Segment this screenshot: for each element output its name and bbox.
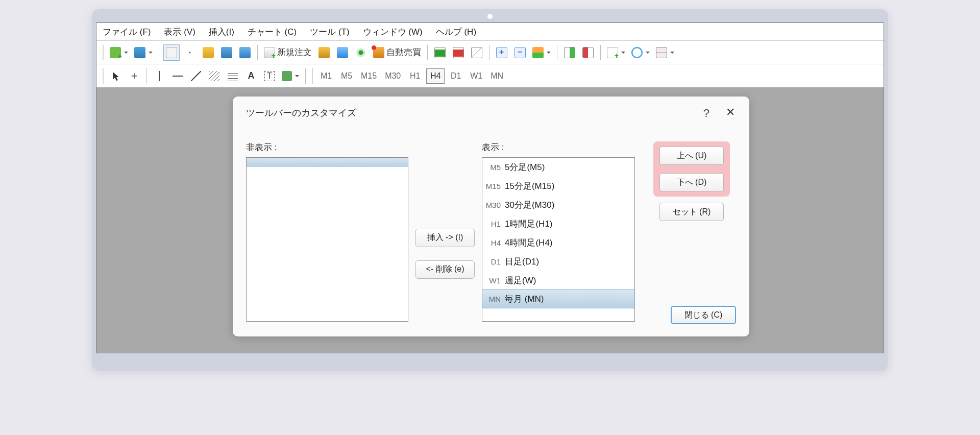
hidden-list-selected-row[interactable]: [247, 158, 408, 167]
shown-item-h4[interactable]: H44時間足(H4): [482, 233, 634, 252]
new-chart-button[interactable]: [108, 44, 130, 61]
candle-chart-button[interactable]: [450, 44, 467, 61]
auto-trading-button[interactable]: 自動売買: [371, 44, 423, 61]
dialog-help-button[interactable]: ?: [703, 107, 709, 120]
set-button[interactable]: セット (R): [659, 203, 724, 221]
zoom-out-button[interactable]: [512, 44, 528, 61]
crosshair-target-icon: [184, 47, 195, 58]
shown-item-m30[interactable]: M3030分足(M30): [482, 196, 634, 214]
shown-item-m15[interactable]: M1515分足(M15): [482, 177, 634, 196]
separator: [146, 68, 147, 84]
shown-item-label: 15分足(M15): [505, 180, 634, 192]
menu-window[interactable]: ウィンドウ (W): [363, 26, 423, 38]
data-window-button[interactable]: [182, 44, 198, 61]
period-m15[interactable]: M15: [358, 68, 380, 84]
auto-scroll-button[interactable]: [580, 44, 596, 61]
shift-right-icon: [564, 47, 575, 58]
hline-button[interactable]: [169, 68, 186, 84]
hidden-column: 非表示 :: [246, 141, 408, 322]
text-a-icon: A: [248, 70, 255, 81]
period-w1[interactable]: W1: [467, 68, 485, 84]
menu-chart[interactable]: チャート (C): [248, 26, 297, 38]
app-window: ファイル (F) 表示 (V) 挿入(I) チャート (C) ツール (T) ウ…: [96, 22, 884, 353]
shown-item-code: W1: [482, 276, 505, 285]
zoom-out-icon: [514, 47, 526, 58]
shown-item-h1[interactable]: H11時間足(H1): [482, 214, 634, 233]
crosshair-button[interactable]: +: [126, 68, 142, 84]
trendline-button[interactable]: [188, 68, 204, 84]
zoom-in-button[interactable]: [494, 44, 510, 61]
menu-help[interactable]: ヘルプ (H): [436, 26, 476, 38]
shown-item-w1[interactable]: W1週足(W): [482, 271, 634, 290]
cursor-icon: [111, 71, 121, 81]
move-up-button[interactable]: 上へ (U): [659, 147, 724, 165]
shown-item-label: 日足(D1): [505, 256, 634, 268]
menu-view[interactable]: 表示 (V): [164, 26, 195, 38]
shown-label: 表示 :: [482, 141, 635, 153]
menu-file[interactable]: ファイル (F): [103, 26, 151, 38]
shown-item-code: MN: [482, 295, 505, 303]
shown-item-label: 4時間足(H4): [505, 237, 634, 249]
vline-button[interactable]: [151, 68, 167, 84]
indicators-button[interactable]: [605, 44, 627, 61]
period-mn[interactable]: MN: [487, 68, 506, 84]
shown-item-mn[interactable]: MN毎月 (MN): [482, 289, 635, 308]
line-chart-button[interactable]: [469, 44, 485, 61]
period-m1[interactable]: M1: [317, 68, 335, 84]
hidden-listbox[interactable]: [246, 157, 408, 322]
bar-chart-button[interactable]: [432, 44, 448, 61]
navigator-button[interactable]: [200, 44, 216, 61]
cursor-button[interactable]: [108, 68, 124, 84]
menubar: ファイル (F) 表示 (V) 挿入(I) チャート (C) ツール (T) ウ…: [96, 23, 884, 40]
tester-button[interactable]: [237, 44, 253, 61]
period-m5[interactable]: M5: [337, 68, 356, 84]
shift-left-icon: [582, 47, 594, 58]
robot-icon: [373, 47, 384, 58]
profiles-button[interactable]: [132, 44, 155, 61]
move-down-button[interactable]: 下へ (D): [659, 173, 724, 191]
period-h1[interactable]: H1: [406, 68, 424, 84]
zoom-in-icon: [496, 47, 507, 58]
period-d1[interactable]: D1: [447, 68, 465, 84]
separator: [600, 45, 601, 60]
chart-add-icon: [110, 47, 121, 58]
textlabel-button[interactable]: T: [261, 68, 278, 84]
terminal-button[interactable]: [218, 44, 235, 61]
market-watch-button[interactable]: [163, 44, 180, 61]
customize-toolbar-dialog: ツールバーのカスタマイズ ? ✕ 非表示 : 挿入 -> (I) <- 削除 (…: [233, 96, 749, 336]
menu-tool[interactable]: ツール (T): [310, 26, 349, 38]
shown-item-d1[interactable]: D1日足(D1): [482, 252, 634, 271]
toolbar-grip[interactable]: [312, 68, 313, 84]
period-h4[interactable]: H4: [426, 68, 445, 84]
shapes-button[interactable]: [280, 68, 301, 84]
shown-listbox[interactable]: M55分足(M5)M1515分足(M15)M3030分足(M30)H11時間足(…: [482, 157, 635, 322]
insert-button[interactable]: 挿入 -> (I): [415, 229, 475, 247]
metaeditor-button[interactable]: [316, 44, 332, 61]
close-button[interactable]: 閉じる (C): [671, 306, 736, 324]
periods-button[interactable]: [629, 44, 652, 61]
magnifier-icon: [166, 47, 177, 58]
signal-icon: [355, 47, 366, 58]
fibo-button[interactable]: [225, 68, 241, 84]
period-m30[interactable]: M30: [382, 68, 404, 84]
clock-icon: [631, 47, 643, 58]
toolbar-grip[interactable]: [103, 45, 104, 60]
shift-end-button[interactable]: [561, 44, 578, 61]
equidistant-icon: [209, 71, 219, 81]
signals-button[interactable]: [353, 44, 369, 61]
menu-insert[interactable]: 挿入(I): [209, 26, 234, 38]
remove-button[interactable]: <- 削除 (e): [415, 260, 475, 279]
mql-button[interactable]: [334, 44, 351, 61]
separator: [159, 45, 159, 60]
toolbar-grip[interactable]: [103, 68, 104, 84]
templates-button[interactable]: [654, 44, 676, 61]
tile-button[interactable]: [530, 44, 553, 61]
shown-item-m5[interactable]: M55分足(M5): [482, 158, 634, 177]
dialog-close-button[interactable]: ✕: [726, 106, 735, 119]
document-add-icon: [264, 47, 275, 58]
shown-item-label: 1時間足(H1): [505, 218, 634, 230]
separator: [427, 45, 428, 60]
new-order-button[interactable]: 新規注文: [262, 44, 314, 61]
channel-button[interactable]: [206, 68, 223, 84]
text-button[interactable]: A: [243, 68, 259, 84]
